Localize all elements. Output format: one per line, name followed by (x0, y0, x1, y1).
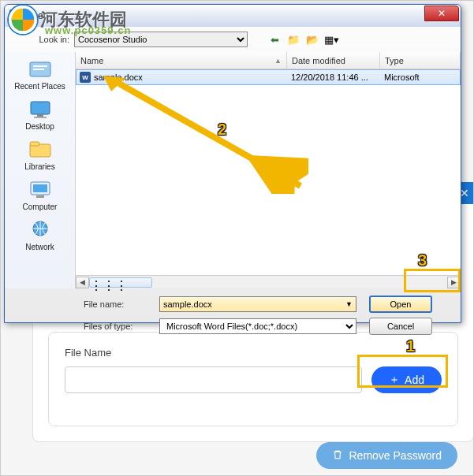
up-folder-icon[interactable]: 📁 (286, 32, 301, 46)
svg-rect-3 (31, 102, 50, 114)
look-in-select[interactable]: Cocosenor Studio (74, 32, 248, 47)
look-in-row: Look in: Cocosenor Studio ⬅ 📁 📂 ▦▾ (5, 27, 461, 52)
open-button[interactable]: Open (369, 296, 432, 313)
file-name-input[interactable] (65, 366, 362, 393)
cancel-button[interactable]: Cancel (369, 318, 432, 335)
docx-icon: W (80, 72, 91, 83)
trash-icon (332, 449, 343, 463)
col-type[interactable]: Type (380, 52, 461, 69)
file-list[interactable]: Wsample.docx 12/20/2018 11:46 ... Micros… (76, 69, 461, 275)
recent-icon (28, 58, 53, 80)
place-computer[interactable]: Computer (9, 176, 72, 214)
view-menu-icon[interactable]: ▦▾ (323, 32, 339, 46)
file-row[interactable]: Wsample.docx 12/20/2018 11:46 ... Micros… (76, 69, 461, 85)
col-date[interactable]: Date modified (287, 52, 380, 69)
scroll-thumb[interactable]: ⋮⋮⋮ (89, 277, 152, 288)
plus-icon: ＋ (389, 373, 400, 387)
svg-rect-10 (36, 195, 44, 198)
new-folder-icon[interactable]: 📂 (304, 32, 320, 46)
places-bar: Recent Places Desktop Libraries Computer… (5, 52, 76, 288)
file-name-label: File Name (65, 347, 442, 359)
column-headers: Name▲ Date modified Type (76, 52, 461, 69)
file-name-label2: File name: (84, 299, 147, 309)
file-name-combobox[interactable]: sample.docx▼ (159, 296, 356, 312)
back-icon[interactable]: ⬅ (267, 32, 282, 46)
svg-rect-7 (30, 142, 39, 146)
h-scrollbar[interactable]: ◀ ⋮⋮⋮ ▶ (76, 275, 461, 288)
col-name[interactable]: Name▲ (76, 52, 287, 69)
place-desktop[interactable]: Desktop (9, 95, 72, 134)
look-in-label: Look in: (13, 35, 69, 44)
svg-rect-2 (33, 69, 44, 70)
desktop-icon (28, 99, 53, 121)
open-dialog: W Open ✕ Look in: Cocosenor Studio ⬅ 📁 📂… (4, 4, 461, 323)
dialog-title: Open (25, 10, 48, 21)
svg-rect-9 (33, 184, 47, 192)
svg-rect-5 (34, 117, 47, 118)
add-button-label: Add (405, 374, 424, 386)
scroll-left[interactable]: ◀ (76, 277, 89, 288)
svg-rect-4 (37, 114, 43, 117)
libraries-icon (28, 139, 53, 161)
file-panel: File Name ＋ Add (48, 332, 458, 426)
computer-icon (28, 179, 53, 201)
place-network[interactable]: Network (9, 216, 72, 255)
place-libraries[interactable]: Libraries (9, 136, 72, 174)
svg-rect-1 (33, 65, 47, 67)
network-icon (28, 219, 53, 241)
word-app-icon: W (9, 9, 22, 22)
files-type-select[interactable]: Microsoft Word Files(*.doc;*.docx) (159, 318, 356, 334)
files-type-label: Files of type: (84, 322, 147, 331)
dialog-close-button[interactable]: ✕ (424, 6, 459, 21)
remove-password-button[interactable]: Remove Password (316, 442, 458, 469)
remove-password-label: Remove Password (349, 449, 442, 462)
place-recent[interactable]: Recent Places (9, 55, 72, 94)
add-button[interactable]: ＋ Add (371, 366, 442, 393)
titlebar: W Open ✕ (5, 5, 461, 27)
scroll-right[interactable]: ▶ (447, 277, 461, 288)
